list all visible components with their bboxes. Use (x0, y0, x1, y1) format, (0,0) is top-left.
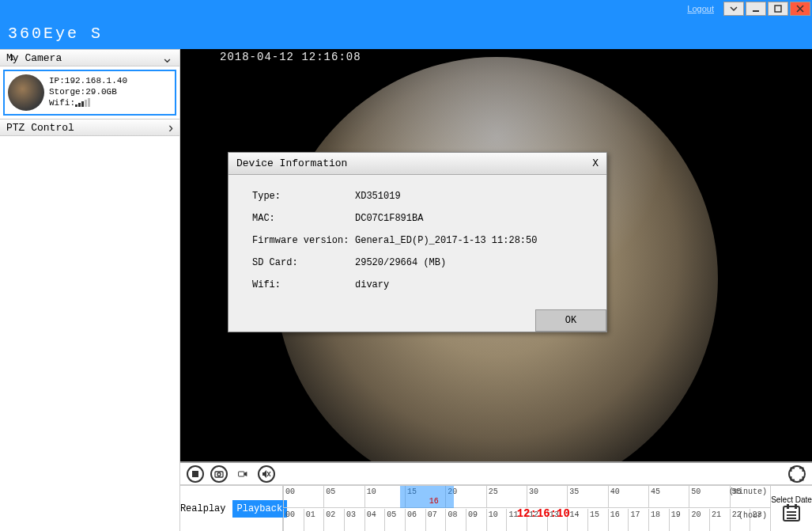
my-camera-panel-head[interactable]: My Camera ⌄ (0, 49, 179, 66)
hour-tick[interactable]: 07 (425, 509, 446, 531)
hour-tick[interactable]: 20 (689, 509, 709, 531)
hour-tick[interactable]: 21 (709, 509, 730, 531)
ok-button[interactable]: OK (535, 309, 606, 332)
my-camera-label: My Camera (6, 52, 62, 64)
minute-tick[interactable]: 10 (364, 486, 405, 507)
camera-thumbnail (8, 74, 44, 111)
firmware-label: Firmware version: (252, 235, 355, 246)
hour-tick[interactable]: 06 (405, 509, 425, 531)
chevron-down-icon: ⌄ (161, 49, 173, 66)
dialog-close-button[interactable]: X (592, 157, 599, 169)
wifi-value: divary (355, 279, 389, 290)
playmode-tabs: Realplay Playback (180, 486, 283, 531)
dialog-title: Device Information (236, 157, 347, 169)
minute-tick[interactable]: 00 (283, 486, 323, 507)
hour-tick[interactable]: 14 (567, 509, 587, 531)
hour-unit-label: (hour) (738, 511, 767, 520)
mute-button[interactable] (258, 465, 275, 483)
hour-tick[interactable]: 02 (323, 509, 344, 531)
record-button[interactable] (234, 465, 251, 483)
mac-value: DC07C1F891BA (355, 213, 423, 224)
close-button[interactable] (790, 2, 810, 16)
hour-tick[interactable]: 05 (384, 509, 405, 531)
hour-tick[interactable]: 19 (669, 509, 689, 531)
svg-rect-2 (192, 471, 198, 477)
dropdown-button[interactable] (723, 2, 744, 16)
svg-rect-5 (239, 472, 244, 476)
camera-info: IP:192.168.1.40 Storge:29.0GB Wifi: (49, 76, 127, 108)
hour-tick[interactable]: 15 (587, 509, 608, 531)
hour-tick[interactable]: 04 (364, 509, 385, 531)
hour-tick[interactable]: 03 (344, 509, 364, 531)
timeline-selection (400, 486, 454, 508)
stop-button[interactable] (187, 465, 204, 483)
ptz-control-panel-head[interactable]: PTZ Control › (0, 119, 179, 136)
hour-tick[interactable]: 00 (283, 509, 304, 531)
minute-tick[interactable]: 50 (689, 486, 729, 507)
hour-tick[interactable]: 08 (445, 509, 466, 531)
window-titlebar: Logout (0, 0, 812, 17)
sdcard-label: SD Card: (252, 257, 355, 268)
hour-tick[interactable]: 09 (466, 509, 486, 531)
chevron-right-icon: › (168, 119, 173, 136)
tab-realplay[interactable]: Realplay (176, 500, 231, 518)
minute-tick[interactable]: 45 (648, 486, 689, 507)
app-title: 360Eye S (8, 25, 103, 43)
hour-tick[interactable]: 10 (486, 509, 507, 531)
mac-label: MAC: (252, 213, 355, 224)
camera-card[interactable]: IP:192.168.1.40 Storge:29.0GB Wifi: (3, 70, 176, 116)
calendar-icon (783, 506, 800, 522)
timeline-row: Realplay Playback 0005101520253035404550… (180, 485, 812, 531)
snapshot-button[interactable] (210, 465, 228, 483)
app-header: 360Eye S (0, 17, 812, 49)
playback-controls (180, 461, 812, 485)
sdcard-value: 29520/29664 (MB) (355, 257, 446, 268)
minute-unit-label: (minute) (729, 487, 767, 496)
hour-tick[interactable]: 16 (608, 509, 629, 531)
svg-rect-1 (775, 6, 781, 12)
fullscreen-button[interactable] (788, 465, 806, 483)
tab-playback[interactable]: Playback (232, 500, 288, 518)
timeline[interactable]: 000510152025303540455055 16 (minute) 000… (283, 486, 771, 531)
viewer-area: 2018-04-12 12:16:08 Device Information X… (180, 49, 812, 531)
wifi-label: Wifi: (252, 279, 355, 290)
device-info-dialog: Device Information X Type:XD351019 MAC:D… (228, 152, 607, 332)
select-date-label: Select Date (771, 495, 812, 504)
ptz-control-label: PTZ Control (6, 122, 74, 134)
firmware-value: General_ED(P)_2017-1-13 11:28:50 (355, 235, 537, 246)
minute-tick[interactable]: 25 (486, 486, 527, 507)
minimize-button[interactable] (746, 2, 766, 16)
dialog-titlebar[interactable]: Device Information X (228, 153, 606, 175)
hour-tick[interactable]: 18 (648, 509, 669, 531)
timeline-selection-mark: 16 (429, 497, 439, 506)
video-area[interactable]: 2018-04-12 12:16:08 Device Information X… (180, 49, 812, 461)
type-label: Type: (252, 191, 355, 202)
logout-link[interactable]: Logout (687, 4, 714, 13)
sidebar: My Camera ⌄ IP:192.168.1.40 Storge:29.0G… (0, 49, 180, 531)
minute-tick[interactable]: 40 (608, 486, 648, 507)
wifi-signal-icon (75, 98, 90, 107)
svg-point-4 (217, 472, 221, 476)
hour-tick[interactable]: 01 (304, 509, 324, 531)
minute-tick[interactable]: 30 (527, 486, 567, 507)
type-value: XD351019 (355, 191, 401, 202)
hour-tick[interactable]: 17 (628, 509, 648, 531)
minute-tick[interactable]: 05 (323, 486, 364, 507)
maximize-button[interactable] (768, 2, 788, 16)
minute-tick[interactable]: 35 (567, 486, 607, 507)
select-date[interactable]: Select Date (771, 486, 812, 531)
osd-timestamp: 2018-04-12 12:16:08 (220, 51, 361, 63)
timeline-current-time: 12:16:10 (517, 507, 570, 520)
camera-number: 1 (9, 54, 14, 63)
